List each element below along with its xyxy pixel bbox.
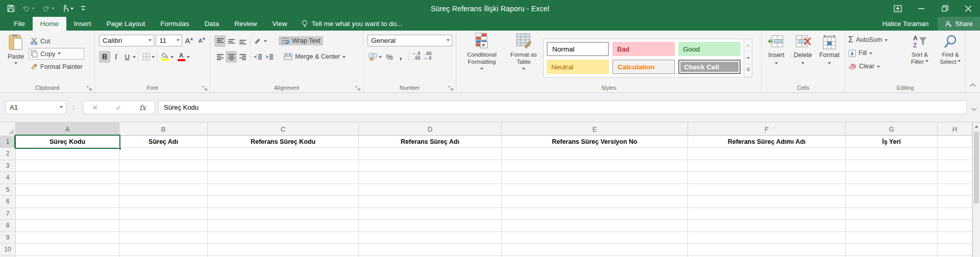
cell-style-normal[interactable]: Normal bbox=[547, 42, 609, 56]
cell-A3[interactable] bbox=[16, 160, 119, 172]
cell-F9[interactable] bbox=[688, 232, 846, 244]
cell-A2[interactable] bbox=[16, 148, 119, 160]
cell-G9[interactable] bbox=[846, 232, 938, 244]
cell-F10[interactable] bbox=[688, 244, 846, 256]
cell-H3[interactable] bbox=[938, 160, 972, 172]
enter-icon[interactable]: ✓ bbox=[115, 104, 121, 112]
cell-C1[interactable]: Referans Süreç Kodu bbox=[208, 136, 359, 148]
cell-B10[interactable] bbox=[119, 244, 208, 256]
cell-B6[interactable] bbox=[119, 196, 208, 208]
cell-G4[interactable] bbox=[846, 172, 938, 184]
cell-H5[interactable] bbox=[938, 184, 972, 196]
cell-F5[interactable] bbox=[688, 184, 846, 196]
cell-H1[interactable] bbox=[938, 136, 972, 148]
cell-D3[interactable] bbox=[359, 160, 502, 172]
close-button[interactable] bbox=[957, 0, 980, 17]
merge-center-button[interactable]: Merge & Center bbox=[281, 52, 348, 61]
cell-D6[interactable] bbox=[359, 196, 502, 208]
tell-me-box[interactable]: Tell me what you want to do... bbox=[302, 17, 402, 31]
tab-insert[interactable]: Insert bbox=[66, 17, 99, 31]
cell-G5[interactable] bbox=[846, 184, 938, 196]
cell-C6[interactable] bbox=[208, 196, 359, 208]
cell-E6[interactable] bbox=[502, 196, 688, 208]
orientation-button[interactable]: ab bbox=[253, 35, 264, 47]
cell-E1[interactable]: Referans Süreç Versiyon No bbox=[502, 136, 688, 148]
cell-A1[interactable]: Süreç Kodu bbox=[16, 136, 119, 148]
gallery-scroll-down-button[interactable] bbox=[744, 52, 752, 65]
number-dialog-launcher[interactable] bbox=[448, 84, 454, 90]
select-all-corner[interactable] bbox=[0, 122, 16, 136]
accounting-format-caret[interactable] bbox=[379, 56, 382, 60]
paste-button[interactable]: Paste bbox=[4, 34, 28, 82]
row-header-9[interactable]: 9 bbox=[0, 232, 16, 244]
cell-B7[interactable] bbox=[119, 208, 208, 220]
cell-style-good[interactable]: Good bbox=[678, 42, 741, 56]
tab-home[interactable]: Home bbox=[33, 17, 66, 31]
cell-F4[interactable] bbox=[688, 172, 846, 184]
decrease-font-size-button[interactable]: A bbox=[197, 35, 208, 46]
ribbon-display-options-button[interactable] bbox=[886, 0, 910, 17]
align-left-button[interactable] bbox=[214, 51, 226, 63]
cell-A4[interactable] bbox=[16, 172, 119, 184]
cell-G10[interactable] bbox=[846, 244, 938, 256]
row-header-6[interactable]: 6 bbox=[0, 196, 16, 208]
cell-C2[interactable] bbox=[208, 148, 359, 160]
cell-H7[interactable] bbox=[938, 208, 972, 220]
name-box-caret[interactable] bbox=[60, 106, 63, 110]
orientation-caret[interactable] bbox=[264, 40, 267, 44]
cell-C4[interactable] bbox=[208, 172, 359, 184]
cell-D4[interactable] bbox=[359, 172, 502, 184]
column-header-e[interactable]: E bbox=[502, 122, 688, 136]
tab-data[interactable]: Data bbox=[197, 17, 227, 31]
conditional-formatting-button[interactable]: ≠ Conditional Formatting bbox=[459, 33, 504, 71]
cell-F3[interactable] bbox=[688, 160, 846, 172]
share-button[interactable]: Share bbox=[938, 17, 980, 31]
cell-E2[interactable] bbox=[502, 148, 688, 160]
cell-G2[interactable] bbox=[846, 148, 938, 160]
cell-D5[interactable] bbox=[359, 184, 502, 196]
gallery-scroll-up-button[interactable] bbox=[744, 39, 752, 52]
cell-G7[interactable] bbox=[846, 208, 938, 220]
increase-decimal-button[interactable]: ←.0.00 bbox=[411, 51, 422, 63]
cell-D8[interactable] bbox=[359, 220, 502, 232]
row-header-8[interactable]: 8 bbox=[0, 220, 16, 232]
cell-F6[interactable] bbox=[688, 196, 846, 208]
cell-H9[interactable] bbox=[938, 232, 972, 244]
cell-D2[interactable] bbox=[359, 148, 502, 160]
cell-C8[interactable] bbox=[208, 220, 359, 232]
cell-C3[interactable] bbox=[208, 160, 359, 172]
borders-caret[interactable] bbox=[152, 56, 155, 60]
format-as-table-button[interactable]: Format as Table bbox=[505, 33, 542, 71]
cell-F8[interactable] bbox=[688, 220, 846, 232]
format-painter-button[interactable]: Format Painter bbox=[29, 61, 84, 72]
cell-B8[interactable] bbox=[119, 220, 208, 232]
tab-page-layout[interactable]: Page Layout bbox=[99, 17, 153, 31]
delete-cells-button[interactable]: Delete bbox=[790, 35, 816, 66]
vertical-scrollbar[interactable] bbox=[972, 122, 980, 257]
italic-button[interactable]: I bbox=[110, 51, 121, 63]
cell-style-check-cell[interactable]: Check Cell bbox=[678, 60, 741, 74]
cell-C7[interactable] bbox=[208, 208, 359, 220]
copy-button[interactable]: Copy bbox=[29, 48, 84, 60]
font-color-button[interactable]: A bbox=[176, 51, 187, 63]
cell-C9[interactable] bbox=[208, 232, 359, 244]
cell-E9[interactable] bbox=[502, 232, 688, 244]
increase-font-size-button[interactable]: A bbox=[184, 35, 195, 46]
save-icon[interactable] bbox=[7, 5, 15, 12]
tab-formulas[interactable]: Formulas bbox=[153, 17, 197, 31]
redo-icon[interactable] bbox=[42, 5, 55, 12]
cell-H2[interactable] bbox=[938, 148, 972, 160]
wrap-text-button[interactable]: Wrap Text bbox=[279, 36, 323, 45]
font-size-combo[interactable]: 11 bbox=[156, 35, 182, 46]
font-dialog-launcher[interactable] bbox=[202, 84, 208, 90]
cell-H10[interactable] bbox=[938, 244, 972, 256]
cell-A8[interactable] bbox=[16, 220, 119, 232]
column-header-g[interactable]: G bbox=[846, 122, 938, 136]
cell-E4[interactable] bbox=[502, 172, 688, 184]
format-cells-button[interactable]: Format bbox=[817, 35, 842, 66]
cell-B4[interactable] bbox=[119, 172, 208, 184]
cell-E7[interactable] bbox=[502, 208, 688, 220]
row-header-7[interactable]: 7 bbox=[0, 208, 16, 220]
column-header-a[interactable]: A bbox=[16, 122, 119, 136]
cell-H4[interactable] bbox=[938, 172, 972, 184]
